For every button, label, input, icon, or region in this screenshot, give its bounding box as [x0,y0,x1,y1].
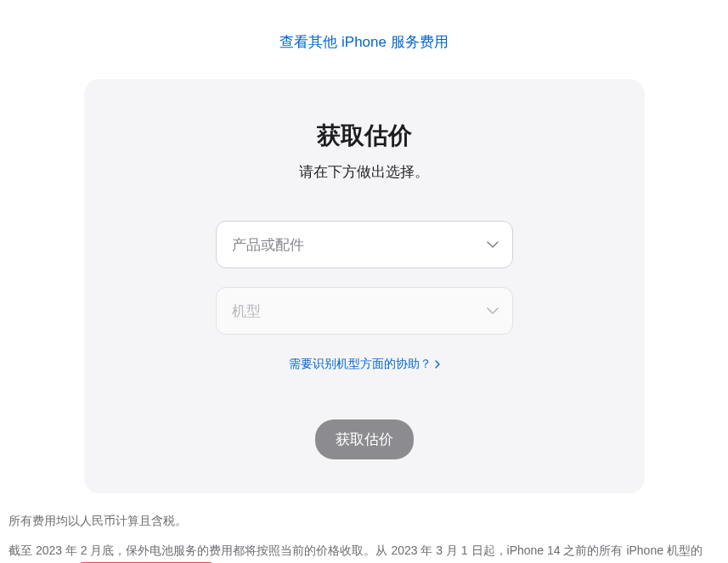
top-link-container: 查看其他 iPhone 服务费用 [0,0,728,69]
model-select-placeholder: 机型 [232,301,261,321]
submit-row: 获取估价 [118,419,611,459]
card-title: 获取估价 [118,120,611,152]
footer-line-1: 所有费用均以人民币计算且含税。 [8,510,714,532]
model-select-wrap: 机型 [216,287,513,335]
other-services-link[interactable]: 查看其他 iPhone 服务费用 [279,34,448,50]
product-select-placeholder: 产品或配件 [232,235,304,255]
get-estimate-button[interactable]: 获取估价 [315,419,414,459]
footer-line-2-pre: 截至 2023 年 2 月底，保外电池服务的费用都将按照当前的价格收取。从 20… [8,543,703,563]
card-subtitle: 请在下方做出选择。 [118,162,611,182]
help-link-label: 需要识别机型方面的协助？ [289,357,432,372]
footer-line-2: 截至 2023 年 2 月底，保外电池服务的费用都将按照当前的价格收取。从 20… [8,540,714,563]
product-select[interactable]: 产品或配件 [216,221,513,268]
chevron-right-icon [435,360,440,369]
product-select-wrap: 产品或配件 [216,221,513,268]
footer-notes: 所有费用均以人民币计算且含税。 截至 2023 年 2 月底，保外电池服务的费用… [8,510,714,563]
model-select[interactable]: 机型 [216,287,513,335]
estimate-card: 获取估价 请在下方做出选择。 产品或配件 机型 需要识别机型方面的协助？ 获取估… [84,79,645,493]
chevron-down-icon [487,307,499,314]
identify-model-help-link[interactable]: 需要识别机型方面的协助？ [289,357,440,372]
chevron-down-icon [487,241,499,248]
